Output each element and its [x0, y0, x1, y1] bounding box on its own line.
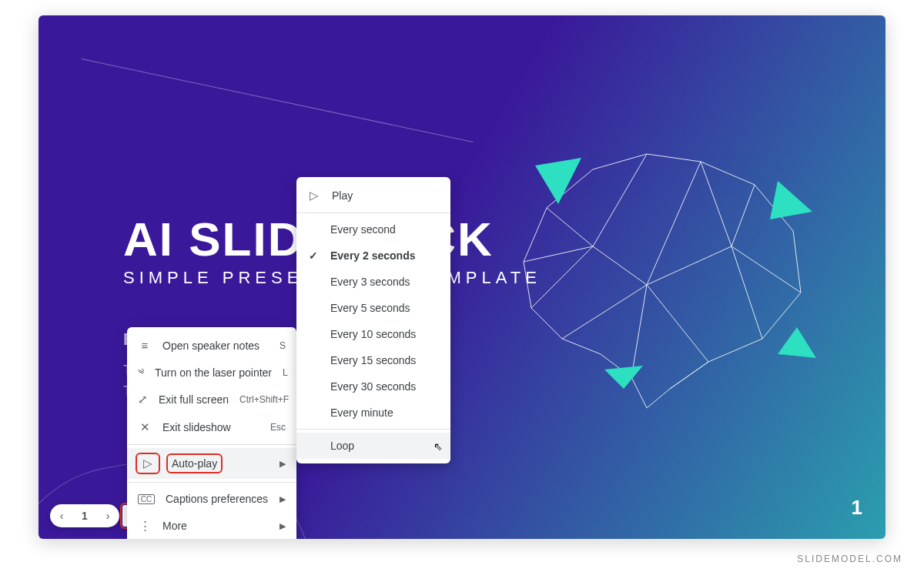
svg-line-9	[647, 246, 732, 285]
submenu-loop[interactable]: Loop ⇖	[296, 433, 450, 459]
svg-marker-18	[604, 366, 643, 389]
svg-line-13	[631, 285, 647, 377]
slide-canvas: AI SLIDE DECK SIMPLE PRESENTATION TEMPLA…	[38, 15, 886, 539]
svg-line-10	[547, 208, 593, 246]
next-slide-button[interactable]: ›	[96, 510, 119, 522]
menu-label: Exit full screen	[159, 393, 229, 406]
check-icon: ✓	[307, 249, 320, 262]
svg-line-12	[531, 246, 593, 308]
submenu-interval-option[interactable]: ✓Every 2 seconds	[296, 243, 450, 269]
slide-nav: ‹ 1 ›	[50, 504, 119, 527]
submenu-arrow-icon: ▶	[280, 521, 286, 531]
cursor-icon: ⇖	[434, 440, 443, 453]
menu-open-speaker-notes[interactable]: ≡ Open speaker notes S	[127, 332, 296, 359]
menu-label: Every 15 seconds	[330, 354, 416, 366]
svg-line-8	[732, 246, 762, 339]
svg-line-4	[647, 285, 708, 362]
decoration-line	[82, 59, 474, 142]
svg-line-5	[562, 285, 647, 339]
prev-slide-button[interactable]: ‹	[50, 510, 73, 522]
svg-marker-15	[535, 158, 581, 204]
play-icon: ▷	[138, 455, 158, 472]
submenu-interval-option[interactable]: Every 10 seconds	[296, 321, 450, 347]
menu-separator	[296, 429, 450, 430]
menu-laser-pointer[interactable]: ༄ Turn on the laser pointer L	[127, 359, 296, 386]
menu-label: Every 3 seconds	[330, 276, 410, 288]
autoplay-submenu: ▷ Play Every second✓Every 2 secondsEvery…	[296, 177, 450, 463]
collapse-icon: ⤢	[138, 393, 148, 406]
svg-line-7	[732, 246, 801, 293]
brain-illustration	[493, 123, 824, 416]
menu-label: Turn on the laser pointer	[155, 366, 272, 379]
more-icon: ⋮	[138, 519, 152, 533]
menu-separator	[127, 482, 296, 483]
menu-shortcut: S	[280, 340, 286, 351]
cc-icon: CC	[138, 494, 155, 504]
menu-label: Loop	[330, 440, 354, 452]
menu-shortcut: Ctrl+Shift+F	[239, 394, 289, 405]
svg-line-6	[701, 162, 732, 246]
svg-line-3	[647, 162, 701, 285]
submenu-arrow-icon: ▶	[280, 494, 286, 504]
menu-label: Every 30 seconds	[330, 380, 416, 393]
svg-line-2	[593, 246, 647, 285]
options-menu: ≡ Open speaker notes S ༄ Turn on the las…	[127, 327, 296, 539]
close-icon: ✕	[138, 420, 152, 434]
submenu-interval-option[interactable]: Every 30 seconds	[296, 373, 450, 400]
menu-exit-fullscreen[interactable]: ⤢ Exit full screen Ctrl+Shift+F	[127, 386, 296, 413]
page-watermark: SLIDEMODEL.COM	[797, 554, 902, 564]
menu-label: Open speaker notes	[162, 340, 259, 352]
svg-line-0	[524, 246, 593, 262]
laser-icon: ༄	[138, 366, 144, 379]
submenu-arrow-icon: ▶	[280, 459, 286, 469]
presentation-window: AI SLIDE DECK SIMPLE PRESENTATION TEMPLA…	[38, 15, 886, 539]
menu-shortcut: L	[283, 367, 288, 378]
current-slide-number[interactable]: 1	[73, 510, 96, 522]
menu-label: Auto-play	[169, 456, 220, 471]
submenu-play[interactable]: ▷ Play	[296, 182, 450, 209]
menu-label: Every second	[330, 223, 396, 236]
svg-line-14	[670, 362, 708, 389]
menu-separator	[127, 444, 296, 445]
svg-line-11	[732, 185, 755, 246]
submenu-interval-option[interactable]: Every 15 seconds	[296, 347, 450, 373]
menu-label: Every 2 seconds	[330, 249, 416, 262]
menu-label: Exit slideshow	[162, 421, 231, 433]
menu-auto-play[interactable]: ▷ Auto-play ▶	[127, 448, 296, 479]
menu-label: Every 10 seconds	[330, 328, 416, 340]
svg-line-1	[593, 154, 647, 246]
play-icon: ▷	[307, 189, 321, 202]
svg-marker-17	[778, 327, 816, 358]
list-icon: ≡	[138, 339, 152, 352]
menu-separator	[296, 212, 450, 213]
menu-captions[interactable]: CC Captions preferences ▶	[127, 486, 296, 512]
svg-marker-16	[770, 181, 812, 219]
menu-label: More	[162, 520, 187, 532]
submenu-interval-option[interactable]: Every 3 seconds	[296, 269, 450, 295]
submenu-interval-option[interactable]: Every minute	[296, 400, 450, 426]
menu-shortcut: Esc	[270, 422, 286, 433]
slide-number-display: 1	[852, 496, 862, 520]
submenu-interval-option[interactable]: Every second	[296, 216, 450, 243]
menu-label: Captions preferences	[166, 493, 268, 505]
menu-label: Every minute	[330, 406, 393, 419]
menu-label: Every 5 seconds	[330, 302, 410, 314]
menu-exit-slideshow[interactable]: ✕ Exit slideshow Esc	[127, 413, 296, 441]
submenu-interval-option[interactable]: Every 5 seconds	[296, 295, 450, 321]
menu-label: Play	[332, 189, 353, 202]
menu-more[interactable]: ⋮ More ▶	[127, 512, 296, 539]
